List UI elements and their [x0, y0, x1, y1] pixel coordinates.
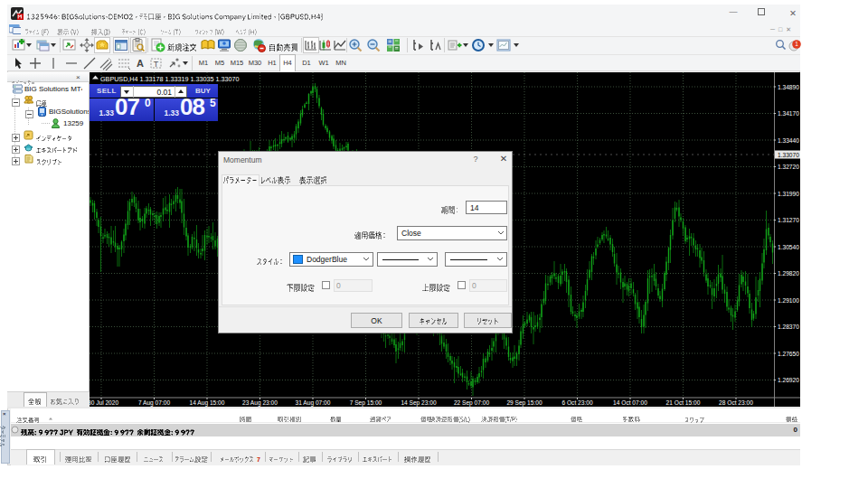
svg-text:21 Oct 15:00: 21 Oct 15:00 [666, 399, 701, 406]
svg-text:14 Oct 07:00: 14 Oct 07:00 [613, 399, 647, 406]
svg-text:T: T [154, 60, 159, 69]
svg-text:GBPUSD,H4 1.33178 1.33319 1.3: GBPUSD,H4 1.33178 1.33319 1.33035 1.3307… [100, 75, 239, 83]
svg-text:30 Jul 2020: 30 Jul 2020 [90, 399, 118, 406]
svg-text:1.30540: 1.30540 [778, 244, 799, 250]
svg-text:23 Aug 23:00: 23 Aug 23:00 [242, 399, 278, 407]
svg-text:1.32720: 1.32720 [778, 164, 799, 170]
svg-text:7 Sep 15:00: 7 Sep 15:00 [350, 399, 382, 407]
svg-text:14 Aug 15:00: 14 Aug 15:00 [190, 399, 225, 407]
svg-text:A: A [137, 58, 144, 69]
svg-text:28 Oct 23:00: 28 Oct 23:00 [719, 399, 753, 406]
svg-text:31 Aug 07:00: 31 Aug 07:00 [296, 399, 331, 407]
svg-text:1.27650: 1.27650 [778, 351, 799, 357]
svg-text:1.34890: 1.34890 [778, 84, 799, 90]
svg-text:22 Sep 07:00: 22 Sep 07:00 [454, 399, 490, 407]
svg-text:1.29100: 1.29100 [778, 297, 799, 304]
svg-text:1.31270: 1.31270 [778, 217, 799, 223]
svg-text:1: 1 [795, 41, 798, 47]
svg-text:1.26920: 1.26920 [778, 377, 799, 383]
svg-text:1.34170: 1.34170 [778, 110, 799, 117]
svg-text:1.33070: 1.33070 [778, 152, 799, 158]
svg-text:1.31990: 1.31990 [778, 191, 799, 197]
svg-text:1.28370: 1.28370 [778, 324, 799, 330]
svg-text:6 Oct 23:00: 6 Oct 23:00 [561, 399, 592, 406]
svg-text:14 Sep 23:00: 14 Sep 23:00 [401, 399, 437, 407]
svg-text:1.33440: 1.33440 [778, 137, 799, 144]
svg-text:29 Sep 15:00: 29 Sep 15:00 [506, 399, 542, 407]
svg-text:7 Aug 07:00: 7 Aug 07:00 [138, 399, 171, 407]
svg-text:1.29820: 1.29820 [778, 270, 799, 277]
